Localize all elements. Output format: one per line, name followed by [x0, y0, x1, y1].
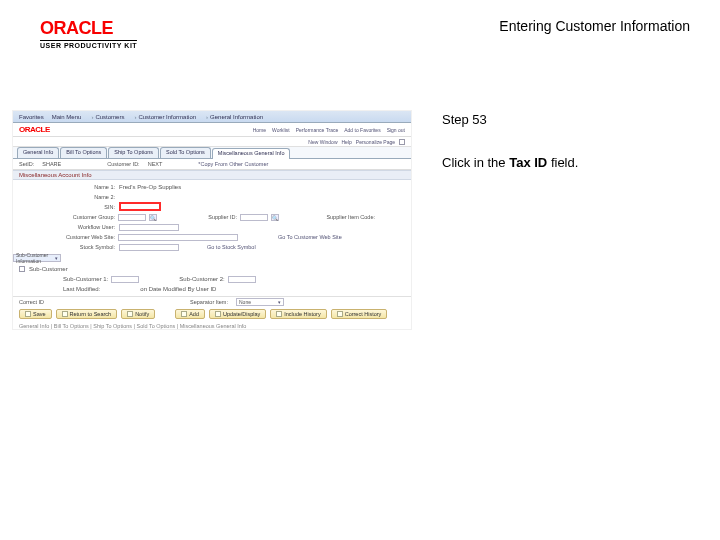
- link-home[interactable]: Home: [253, 127, 266, 133]
- website-field[interactable]: [118, 234, 238, 241]
- sub1-field[interactable]: [111, 276, 139, 283]
- nav-main[interactable]: Main Menu: [52, 114, 82, 120]
- separator-select[interactable]: None: [236, 298, 284, 306]
- tax-id-field[interactable]: [119, 202, 161, 211]
- app-screenshot: Favorites Main Menu› Customers› Customer…: [12, 110, 412, 330]
- tab-general-info[interactable]: General Info: [17, 147, 59, 158]
- correct-icon: [337, 311, 343, 317]
- link-perf[interactable]: Performance Trace: [296, 127, 339, 133]
- corrhist-button[interactable]: Correct History: [331, 309, 388, 319]
- custid-value: NEXT: [148, 161, 163, 167]
- subcustomer-checkbox[interactable]: [19, 266, 25, 272]
- go-stock-link[interactable]: Go to Stock Symbol: [207, 244, 256, 250]
- sub1-label: Sub-Customer 1:: [63, 276, 108, 282]
- link-addfav[interactable]: Add to Favorites: [344, 127, 380, 133]
- sub2-label: Sub-Customer 2:: [179, 276, 224, 282]
- tab-bill-to[interactable]: Bill To Options: [60, 147, 107, 158]
- instruction-text: Click in the Tax ID field.: [442, 155, 578, 170]
- instruction-pane: Step 53 Click in the Tax ID field.: [442, 110, 578, 330]
- tab-sold-to[interactable]: Sold To Options: [160, 147, 211, 158]
- supplier-label: Supplier ID:: [197, 214, 237, 220]
- section-misc-account: Miscellaneous Account Info: [13, 170, 411, 180]
- stock-label: Stock Symbol:: [63, 244, 115, 250]
- return-button[interactable]: Return to Search: [56, 309, 118, 319]
- notify-button[interactable]: Notify: [121, 309, 155, 319]
- updisp-button[interactable]: Update/Display: [209, 309, 266, 319]
- workflow-label: Workflow User:: [63, 224, 115, 230]
- http-icon: [399, 139, 405, 145]
- lastmod-label: Last Modified:: [63, 286, 100, 292]
- name1-value: Fred's Pre-Op Supplies: [119, 184, 181, 190]
- nav-customers[interactable]: Customers: [95, 114, 124, 120]
- custgrp-label: Customer Group:: [63, 214, 115, 220]
- custgrp-field[interactable]: [118, 214, 146, 221]
- return-icon: [62, 311, 68, 317]
- go-website-link[interactable]: Go To Customer Web Site: [278, 234, 342, 240]
- copy-from-link[interactable]: *Copy From Other Customer: [198, 161, 268, 167]
- sin-label: SIN:: [63, 204, 115, 210]
- stock-field[interactable]: [119, 244, 179, 251]
- add-icon: [181, 311, 187, 317]
- supplset-label: Supplier Item Code:: [319, 214, 375, 220]
- history-icon: [276, 311, 282, 317]
- name1-label: Name 1:: [63, 184, 115, 190]
- upk-label: USER PRODUCTIVITY KIT: [40, 40, 137, 49]
- brand-block: ORACLE USER PRODUCTIVITY KIT: [40, 18, 137, 49]
- subcustomer-label: Sub-Customer: [29, 266, 68, 272]
- modby-label: on Date Modified By User ID: [140, 286, 216, 292]
- lookup-icon[interactable]: 🔍: [149, 214, 157, 221]
- sub2-field[interactable]: [228, 276, 256, 283]
- breadcrumb: Favorites Main Menu› Customers› Customer…: [13, 111, 411, 123]
- supplier-field[interactable]: [240, 214, 268, 221]
- oracle-logo: ORACLE: [40, 18, 137, 39]
- link-worklist[interactable]: Worklist: [272, 127, 290, 133]
- inchist-button[interactable]: Include History: [270, 309, 326, 319]
- footer-links[interactable]: General Info | Bill To Options | Ship To…: [13, 322, 411, 332]
- nav-general[interactable]: General Information: [210, 114, 263, 120]
- custid-label: Customer ID:: [107, 161, 139, 167]
- correctid-label: Correct ID: [19, 299, 44, 305]
- step-label: Step 53: [442, 112, 578, 127]
- section-subcustomer: Sub-Customer Information: [13, 254, 61, 262]
- add-button[interactable]: Add: [175, 309, 205, 319]
- setid-label: SetID:: [19, 161, 34, 167]
- app-oracle-logo: ORACLE: [19, 125, 50, 134]
- setid-value: SHARE: [42, 161, 61, 167]
- workflow-field[interactable]: [119, 224, 179, 231]
- save-button[interactable]: Save: [19, 309, 52, 319]
- tab-misc[interactable]: Miscellaneous General Info: [212, 148, 291, 159]
- link-personalize[interactable]: Personalize Page: [356, 139, 395, 145]
- lookup-icon[interactable]: 🔍: [271, 214, 279, 221]
- link-signout[interactable]: Sign out: [387, 127, 405, 133]
- separator-label: Separator Item:: [190, 299, 228, 305]
- save-icon: [25, 311, 31, 317]
- nav-favorites[interactable]: Favorites: [19, 114, 44, 120]
- doc-title: Entering Customer Information: [499, 18, 700, 34]
- nav-custinfo[interactable]: Customer Information: [138, 114, 196, 120]
- website-label: Customer Web Site:: [63, 234, 115, 240]
- link-help[interactable]: Help: [342, 139, 352, 145]
- tab-ship-to[interactable]: Ship To Options: [108, 147, 159, 158]
- update-icon: [215, 311, 221, 317]
- name2-label: Name 2:: [63, 194, 115, 200]
- tabs: General Info Bill To Options Ship To Opt…: [13, 147, 411, 159]
- link-newwindow[interactable]: New Window: [308, 139, 337, 145]
- notify-icon: [127, 311, 133, 317]
